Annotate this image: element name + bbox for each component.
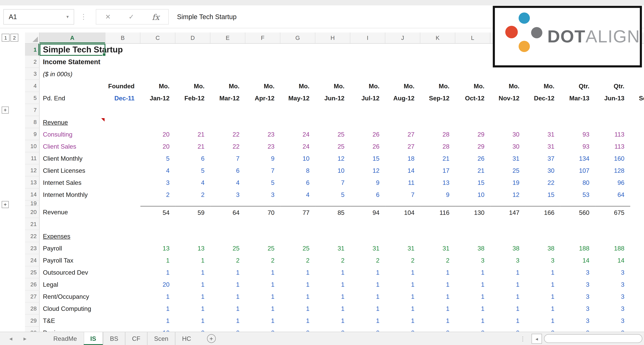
cell-O24[interactable]: 14	[560, 254, 595, 266]
cell-C12[interactable]: 4	[140, 164, 176, 176]
cell-H21[interactable]	[315, 218, 350, 230]
cell-H22[interactable]	[315, 230, 350, 242]
cell-P8[interactable]	[595, 116, 630, 128]
cell-M3[interactable]	[490, 68, 525, 80]
cell-G22[interactable]	[280, 230, 316, 242]
cell-F27[interactable]: 1	[245, 291, 280, 303]
cell-M23[interactable]: 38	[490, 242, 525, 254]
cell-K25[interactable]: 1	[420, 266, 455, 279]
cell-M28[interactable]: 1	[490, 303, 525, 315]
cell-Q12[interactable]	[630, 164, 644, 176]
cell-F10[interactable]: 23	[245, 140, 280, 152]
cell-E8[interactable]	[210, 116, 245, 128]
cell-K28[interactable]: 1	[420, 303, 455, 315]
cell-G12[interactable]: 8	[280, 164, 316, 176]
cell-H4[interactable]: Mo.	[315, 80, 350, 92]
formula-input[interactable]: Simple Tech Startup	[177, 9, 490, 25]
cell-M7[interactable]	[490, 104, 525, 116]
cell-O10[interactable]: 93	[560, 140, 595, 152]
outline-level-2-button[interactable]: 2	[10, 34, 18, 41]
cell-H12[interactable]: 10	[315, 164, 350, 176]
cell-Q14[interactable]	[630, 189, 644, 201]
add-sheet-button[interactable]: +	[207, 334, 216, 343]
row-header-22[interactable]: 22	[25, 230, 40, 242]
cell-C10[interactable]: 20	[140, 140, 176, 152]
row-header-12[interactable]: 12	[25, 164, 40, 176]
cell-J8[interactable]	[386, 116, 420, 128]
outline-level-1-button[interactable]: 1	[2, 34, 10, 41]
cell-O25[interactable]: 3	[560, 266, 595, 279]
cell-N4[interactable]: Mo.	[525, 80, 560, 92]
cell-G11[interactable]: 10	[280, 152, 316, 164]
cell-L24[interactable]: 3	[455, 254, 490, 266]
cell-I9[interactable]: 26	[350, 128, 386, 140]
cell-F29[interactable]: 1	[245, 315, 280, 327]
column-header-K[interactable]: K	[420, 32, 455, 43]
cell-L14[interactable]: 10	[455, 189, 490, 201]
cell-I28[interactable]: 1	[350, 303, 386, 315]
cell-C29[interactable]: 1	[140, 315, 176, 327]
cell-E4[interactable]: Mo.	[210, 80, 245, 92]
cell-I4[interactable]: Mo.	[350, 80, 386, 92]
cell-C14[interactable]: 2	[140, 189, 176, 201]
cell-L25[interactable]: 1	[455, 266, 490, 279]
row-header-29[interactable]: 29	[25, 315, 40, 327]
cell-D27[interactable]: 1	[176, 291, 210, 303]
cell-L11[interactable]: 26	[455, 152, 490, 164]
cell-B25[interactable]	[105, 266, 140, 279]
cell-H26[interactable]: 1	[315, 279, 350, 291]
cell-G14[interactable]: 4	[280, 189, 316, 201]
cell-N30[interactable]: 0	[525, 327, 560, 332]
cell-F21[interactable]	[245, 218, 280, 230]
name-box-caret-icon[interactable]: ▾	[66, 14, 69, 19]
cell-B2[interactable]	[105, 56, 140, 68]
cell-E1[interactable]	[228, 44, 263, 56]
cell-J26[interactable]: 1	[386, 279, 420, 291]
cell-O3[interactable]	[560, 68, 595, 80]
cell-J27[interactable]: 1	[386, 291, 420, 303]
cell-C11[interactable]: 5	[140, 152, 176, 164]
cell-G23[interactable]: 25	[280, 242, 316, 254]
cell-A12[interactable]: Client Licenses	[40, 164, 105, 176]
cell-F23[interactable]: 25	[245, 242, 280, 254]
cell-M24[interactable]: 3	[490, 254, 525, 266]
cell-H2[interactable]	[315, 56, 350, 68]
cell-F24[interactable]: 2	[245, 254, 280, 266]
cell-Q24[interactable]	[630, 254, 644, 266]
cell-D30[interactable]: 0	[176, 327, 210, 332]
cell-M26[interactable]: 1	[490, 279, 525, 291]
cell-K9[interactable]: 28	[420, 128, 455, 140]
cell-G3[interactable]	[280, 68, 316, 80]
cell-N23[interactable]: 38	[525, 242, 560, 254]
cell-K14[interactable]: 9	[420, 189, 455, 201]
cell-L23[interactable]: 38	[455, 242, 490, 254]
cell-H27[interactable]: 1	[315, 291, 350, 303]
cell-J24[interactable]: 2	[386, 254, 420, 266]
cell-Q11[interactable]	[630, 152, 644, 164]
cell-P3[interactable]	[595, 68, 630, 80]
cell-E2[interactable]	[210, 56, 245, 68]
cell-F5[interactable]: Apr-12	[245, 92, 280, 104]
cell-D5[interactable]: Feb-12	[176, 92, 210, 104]
cell-I24[interactable]: 2	[350, 254, 386, 266]
cell-G27[interactable]: 1	[280, 291, 316, 303]
cell-N3[interactable]	[525, 68, 560, 80]
cell-E10[interactable]: 22	[210, 140, 245, 152]
cell-J4[interactable]: Mo.	[386, 80, 420, 92]
cell-F20[interactable]: 70	[245, 206, 280, 218]
row-header-11[interactable]: 11	[25, 152, 40, 164]
cell-D1[interactable]	[193, 44, 228, 56]
cell-J11[interactable]: 18	[386, 152, 420, 164]
cell-N9[interactable]: 31	[525, 128, 560, 140]
column-header-D[interactable]: D	[176, 32, 210, 43]
cell-B12[interactable]	[105, 164, 140, 176]
cell-G25[interactable]: 1	[280, 266, 316, 279]
cell-D26[interactable]: 1	[176, 279, 210, 291]
cell-H30[interactable]: 0	[315, 327, 350, 332]
cell-B13[interactable]	[105, 176, 140, 189]
cell-C8[interactable]	[140, 116, 176, 128]
cell-D23[interactable]: 13	[176, 242, 210, 254]
cell-C28[interactable]: 1	[140, 303, 176, 315]
tab-bs[interactable]: BS	[103, 332, 125, 345]
cell-O28[interactable]: 3	[560, 303, 595, 315]
